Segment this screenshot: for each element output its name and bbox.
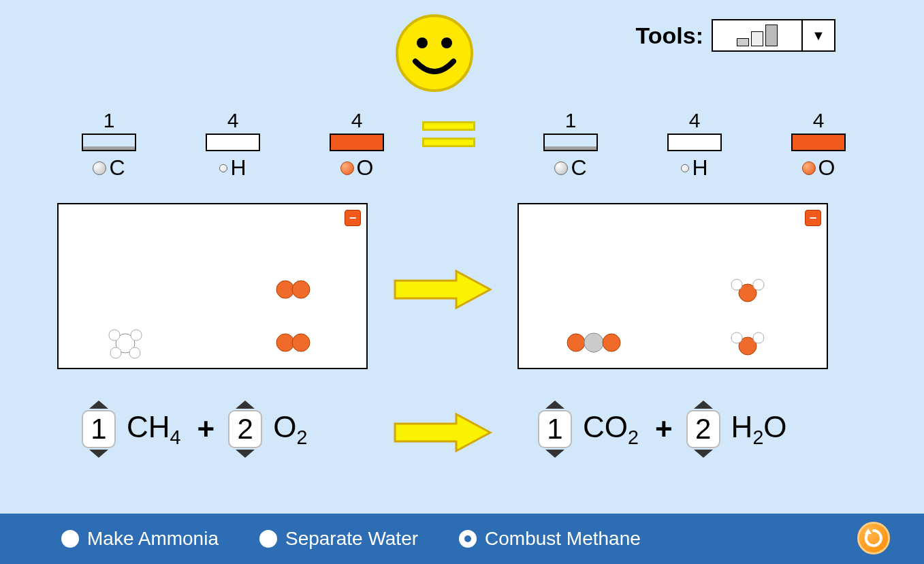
tools-panel: Tools: ▼ <box>636 19 835 52</box>
svg-marker-22 <box>395 414 490 451</box>
option-label: Make Ammonia <box>87 528 219 550</box>
counter-o-left: 4 O <box>323 109 391 181</box>
molecule-ch4[interactable] <box>106 324 144 362</box>
radio-icon <box>459 530 477 548</box>
plus-sign: + <box>655 412 673 446</box>
tools-label: Tools: <box>636 22 703 49</box>
remove-product-button[interactable]: − <box>805 210 821 226</box>
oxygen-atom-icon <box>340 161 354 175</box>
formula-h2o: H2O <box>731 410 787 449</box>
spinner-down-icon[interactable] <box>545 450 564 458</box>
svg-point-2 <box>441 37 452 48</box>
reactant-atom-counters: 1 C 4 H 4 O <box>75 109 391 181</box>
option-make-ammonia[interactable]: Make Ammonia <box>61 528 219 550</box>
svg-marker-23 <box>865 529 872 534</box>
svg-point-11 <box>292 334 310 351</box>
carbon-atom-icon <box>93 161 106 175</box>
option-label: Separate Water <box>285 528 418 550</box>
products-equation: 1 CO2 + 2 H2O <box>538 401 790 458</box>
reset-icon <box>863 528 884 548</box>
reactants-box[interactable]: − <box>57 203 368 369</box>
equation-arrow-icon <box>388 409 497 456</box>
option-combust-methane[interactable]: Combust Methane <box>459 528 641 550</box>
spinner-up-icon[interactable] <box>545 401 564 409</box>
chevron-down-icon[interactable]: ▼ <box>801 20 834 50</box>
molecule-co2[interactable] <box>567 332 621 353</box>
reactants-equation: 1 CH4 + 2 O2 <box>82 401 310 458</box>
svg-point-14 <box>584 333 603 352</box>
bottom-bar: Make Ammonia Separate Water Combust Meth… <box>0 514 924 564</box>
molecule-o2[interactable] <box>275 332 313 353</box>
spinner-down-icon[interactable] <box>236 450 255 458</box>
hydrogen-atom-icon <box>681 164 689 172</box>
svg-point-9 <box>292 281 310 298</box>
svg-marker-12 <box>395 271 490 308</box>
products-box[interactable]: − <box>517 203 828 369</box>
counter-h-left: 4 H <box>199 109 267 181</box>
svg-point-7 <box>129 347 140 358</box>
formula-ch4: CH4 <box>127 410 180 449</box>
oxygen-atom-icon <box>802 161 816 175</box>
smiley-icon <box>394 12 475 97</box>
svg-point-8 <box>276 281 294 298</box>
option-separate-water[interactable]: Separate Water <box>259 528 418 550</box>
coef-spinner-o2[interactable]: 2 <box>228 401 262 458</box>
spinner-down-icon[interactable] <box>89 450 108 458</box>
svg-point-17 <box>731 279 742 290</box>
counter-c-left: 1 C <box>75 109 143 181</box>
svg-point-0 <box>397 16 472 91</box>
counter-c-right: 1 C <box>537 109 605 181</box>
hydrogen-atom-icon <box>219 164 227 172</box>
svg-point-10 <box>276 334 294 351</box>
svg-point-5 <box>131 330 142 341</box>
svg-point-1 <box>417 37 428 48</box>
radio-icon <box>259 530 277 548</box>
coef-spinner-co2[interactable]: 1 <box>538 401 572 458</box>
remove-reactant-button[interactable]: − <box>345 210 361 226</box>
tools-dropdown[interactable]: ▼ <box>712 19 835 52</box>
svg-point-15 <box>603 334 620 351</box>
spinner-up-icon[interactable] <box>694 401 713 409</box>
coef-spinner-ch4[interactable]: 1 <box>82 401 116 458</box>
svg-point-6 <box>110 347 121 358</box>
molecule-h2o[interactable] <box>730 331 765 356</box>
carbon-atom-icon <box>554 161 568 175</box>
counter-o-right: 4 O <box>784 109 853 181</box>
bar-chart-icon <box>713 20 801 50</box>
counter-h-right: 4 H <box>660 109 729 181</box>
simulation-stage: Tools: ▼ 1 C 4 H 4 O <box>0 0 924 564</box>
spinner-down-icon[interactable] <box>694 450 713 458</box>
molecule-h2o[interactable] <box>730 278 765 302</box>
plus-sign: + <box>197 412 214 446</box>
product-atom-counters: 1 C 4 H 4 O <box>537 109 853 181</box>
svg-point-20 <box>731 332 742 343</box>
svg-point-18 <box>753 279 764 290</box>
svg-point-4 <box>109 330 120 341</box>
spinner-up-icon[interactable] <box>89 401 108 409</box>
formula-co2: CO2 <box>583 410 639 449</box>
coef-spinner-h2o[interactable]: 2 <box>686 401 720 458</box>
equals-icon <box>422 121 475 147</box>
reset-button[interactable] <box>857 522 890 554</box>
formula-o2: O2 <box>273 410 307 449</box>
option-label: Combust Methane <box>485 528 641 550</box>
reaction-arrow-icon <box>388 266 497 313</box>
spinner-up-icon[interactable] <box>236 401 255 409</box>
svg-point-21 <box>753 332 764 343</box>
radio-icon <box>61 530 79 548</box>
svg-point-13 <box>567 334 585 351</box>
molecule-o2[interactable] <box>275 279 313 300</box>
